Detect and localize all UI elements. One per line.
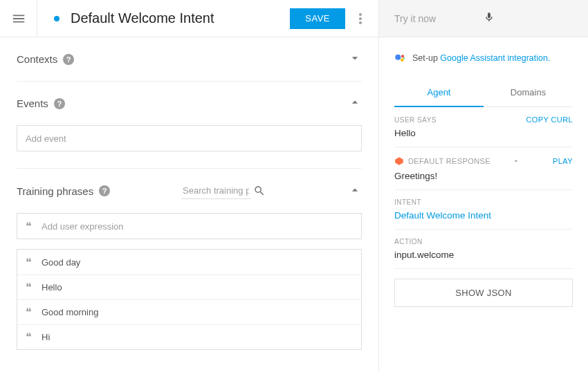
- svg-point-1: [359, 17, 362, 20]
- training-phrase-row[interactable]: ❝Good day: [17, 250, 361, 275]
- intent-title: Default Welcome Intent: [71, 10, 214, 26]
- caret-down-icon: [513, 158, 520, 165]
- quote-icon: ❝: [26, 331, 32, 344]
- svg-point-0: [359, 13, 362, 16]
- response-value: Greetings!: [394, 171, 573, 181]
- user-says-label: USER SAYS: [394, 116, 526, 124]
- microphone-icon: [484, 10, 495, 24]
- search-training-input[interactable]: [181, 183, 250, 199]
- add-expression-row[interactable]: ❝: [17, 214, 361, 239]
- training-phrase-text: Hi: [42, 332, 50, 342]
- help-icon[interactable]: ?: [99, 185, 110, 196]
- action-label: ACTION: [394, 238, 573, 245]
- training-phrases-label: Training phrases: [17, 185, 93, 197]
- collapse-training-button[interactable]: [348, 183, 362, 199]
- contexts-label: Contexts: [17, 53, 57, 65]
- intent-link[interactable]: Default Welcome Intent: [394, 210, 573, 221]
- training-phrase-row[interactable]: ❝Good morning: [17, 299, 361, 324]
- training-phrase-text: Hello: [42, 282, 62, 292]
- show-json-button[interactable]: SHOW JSON: [394, 279, 573, 307]
- header-bar: Default Welcome Intent SAVE: [0, 0, 378, 37]
- status-dot-icon: [54, 16, 59, 21]
- training-phrases-header: Training phrases ?: [17, 169, 362, 213]
- action-value: input.welcome: [394, 250, 573, 260]
- events-section-header[interactable]: Events ?: [17, 82, 362, 125]
- svg-point-4: [401, 55, 404, 57]
- svg-point-5: [401, 58, 404, 62]
- side-tabs: Agent Domains: [394, 79, 573, 107]
- user-says-value: Hello: [394, 128, 573, 138]
- assistant-icon: [394, 53, 405, 64]
- quote-icon: ❝: [26, 306, 32, 319]
- setup-assistant-row: Set-up Google Assistant integration.: [394, 37, 573, 79]
- add-expression-input[interactable]: [42, 221, 353, 232]
- add-event-input[interactable]: [17, 125, 362, 151]
- more-vert-icon: [359, 13, 362, 24]
- response-dropdown[interactable]: [513, 156, 553, 167]
- training-phrase-text: Good morning: [42, 307, 98, 317]
- training-phrase-row[interactable]: ❝Hello: [17, 275, 361, 299]
- training-phrase-row[interactable]: ❝Hi: [17, 324, 361, 349]
- tab-domains[interactable]: Domains: [484, 79, 573, 106]
- try-it-label[interactable]: Try it now: [394, 13, 484, 24]
- svg-point-3: [395, 55, 401, 60]
- assistant-integration-link[interactable]: Google Assistant integration.: [440, 53, 550, 63]
- microphone-button[interactable]: [484, 10, 573, 26]
- search-icon: [253, 185, 266, 197]
- events-label: Events: [17, 97, 48, 109]
- chevron-up-icon: [348, 183, 362, 197]
- svg-marker-7: [395, 157, 403, 165]
- play-button[interactable]: PLAY: [553, 157, 573, 165]
- help-icon[interactable]: ?: [63, 54, 74, 65]
- quote-icon: ❝: [26, 281, 32, 294]
- hamburger-icon: [11, 11, 26, 26]
- more-options-button[interactable]: [351, 13, 370, 24]
- try-it-header: Try it now: [379, 0, 588, 37]
- svg-point-6: [403, 57, 405, 59]
- intent-label: INTENT: [394, 198, 573, 206]
- default-response-label: DEFAULT RESPONSE: [408, 157, 513, 165]
- response-icon: [394, 156, 404, 166]
- copy-curl-button[interactable]: COPY CURL: [526, 115, 573, 124]
- tab-agent[interactable]: Agent: [394, 79, 484, 107]
- training-phrase-text: Good day: [42, 257, 80, 268]
- quote-icon: ❝: [26, 256, 32, 269]
- help-icon[interactable]: ?: [54, 98, 65, 109]
- save-button[interactable]: SAVE: [290, 8, 345, 29]
- chevron-down-icon: [348, 51, 362, 65]
- setup-prefix: Set-up: [412, 53, 440, 63]
- menu-button[interactable]: [0, 0, 37, 37]
- collapse-events-button[interactable]: [348, 95, 362, 111]
- svg-point-2: [359, 21, 362, 24]
- chevron-up-icon: [348, 95, 362, 109]
- contexts-section-header[interactable]: Contexts ?: [17, 37, 362, 81]
- expand-contexts-button[interactable]: [348, 51, 362, 67]
- quote-icon: ❝: [26, 220, 32, 233]
